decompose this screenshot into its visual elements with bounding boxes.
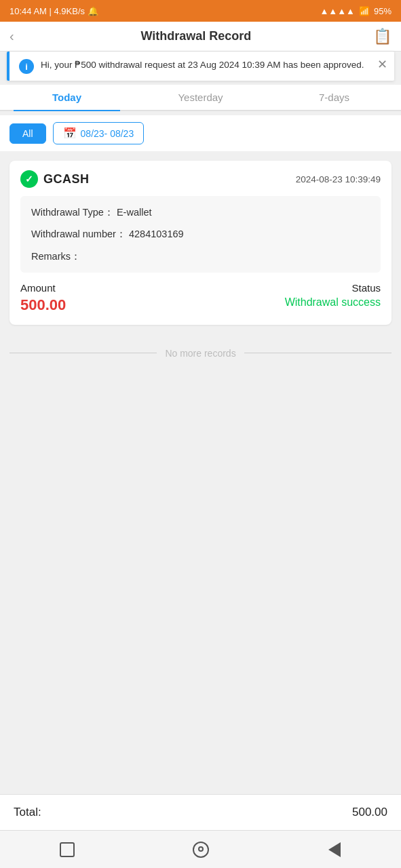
page-title: Withdrawal Record: [21, 29, 371, 43]
tab-row: Today Yesterday 7-days: [0, 85, 401, 111]
remarks-row: Remarks：: [31, 250, 370, 263]
nav-bar: [0, 830, 401, 868]
status-label: Status: [285, 282, 381, 294]
tab-yesterday[interactable]: Yesterday: [134, 85, 267, 110]
back-button[interactable]: ‹: [9, 28, 14, 44]
clipboard-icon[interactable]: 📋: [373, 28, 392, 45]
status-value: Withdrawal success: [285, 296, 381, 309]
status-bar-right: ▲▲▲▲ 📶 95%: [320, 6, 392, 16]
all-filter-button[interactable]: All: [9, 123, 46, 144]
date-filter-button[interactable]: 📅 08/23- 08/23: [53, 122, 145, 144]
amount-column: Amount 500.00: [20, 282, 66, 314]
amount-status-row: Amount 500.00 Status Withdrawal success: [20, 282, 381, 314]
amount-label: Amount: [20, 282, 66, 294]
time-label: 10:44 AM | 4.9KB/s: [9, 6, 85, 16]
total-value: 500.00: [352, 806, 387, 819]
remarks-label: Remarks：: [31, 251, 81, 262]
nav-back-button[interactable]: [320, 835, 349, 865]
tab-7days[interactable]: 7-days: [267, 85, 401, 110]
signal-icon: ▲▲▲▲: [320, 6, 355, 16]
notification-banner: i Hi, your ₱500 withdrawal request at 23…: [7, 52, 394, 81]
no-more-records: No more records: [9, 332, 392, 375]
mute-icon: 🔔: [88, 6, 98, 16]
circle-icon: [193, 842, 209, 858]
withdrawal-number-row: Withdrawal number： 4284103169: [31, 227, 370, 241]
main-content: ✓ GCASH 2024-08-23 10:39:49 Withdrawal T…: [0, 151, 401, 794]
nav-recent-button[interactable]: [186, 835, 216, 865]
notification-text: Hi, your ₱500 withdrawal request at 23 A…: [41, 58, 386, 72]
withdrawal-number-label: Withdrawal number：: [31, 229, 126, 239]
status-bar-left: 10:44 AM | 4.9KB/s 🔔: [9, 6, 98, 16]
battery-label: 95%: [374, 6, 392, 16]
gcash-logo: ✓ GCASH: [20, 170, 90, 188]
transaction-datetime: 2024-08-23 10:39:49: [296, 174, 381, 184]
nav-home-button[interactable]: [52, 835, 82, 865]
withdrawal-type-value: E-wallet: [117, 207, 152, 218]
transaction-card: ✓ GCASH 2024-08-23 10:39:49 Withdrawal T…: [9, 161, 392, 325]
status-column: Status Withdrawal success: [285, 282, 381, 309]
withdrawal-type-label: Withdrawal Type：: [31, 207, 114, 218]
filter-row: All 📅 08/23- 08/23: [0, 115, 401, 151]
calendar-icon: 📅: [63, 127, 77, 140]
total-label: Total:: [14, 806, 41, 819]
details-section: Withdrawal Type： E-wallet Withdrawal num…: [20, 196, 381, 273]
gcash-check-icon: ✓: [20, 170, 38, 188]
no-more-records-text: No more records: [165, 348, 235, 359]
divider-left: [9, 353, 157, 353]
close-notification-button[interactable]: ✕: [377, 57, 387, 72]
circle-inner: [198, 846, 204, 852]
card-header: ✓ GCASH 2024-08-23 10:39:49: [20, 170, 381, 188]
wifi-icon: 📶: [359, 6, 370, 16]
withdrawal-type-row: Withdrawal Type： E-wallet: [31, 205, 370, 219]
back-triangle-icon: [328, 842, 341, 857]
gcash-label: GCASH: [43, 172, 90, 186]
amount-value: 500.00: [20, 296, 66, 314]
header: ‹ Withdrawal Record 📋: [0, 22, 401, 52]
date-range-label: 08/23- 08/23: [81, 128, 134, 139]
status-bar: 10:44 AM | 4.9KB/s 🔔 ▲▲▲▲ 📶 95%: [0, 0, 401, 22]
info-icon: i: [19, 59, 34, 74]
divider-right: [244, 353, 392, 353]
footer-total: Total: 500.00: [0, 794, 401, 830]
tab-today[interactable]: Today: [0, 85, 134, 110]
square-icon: [60, 842, 75, 857]
withdrawal-number-value: 4284103169: [129, 229, 184, 239]
